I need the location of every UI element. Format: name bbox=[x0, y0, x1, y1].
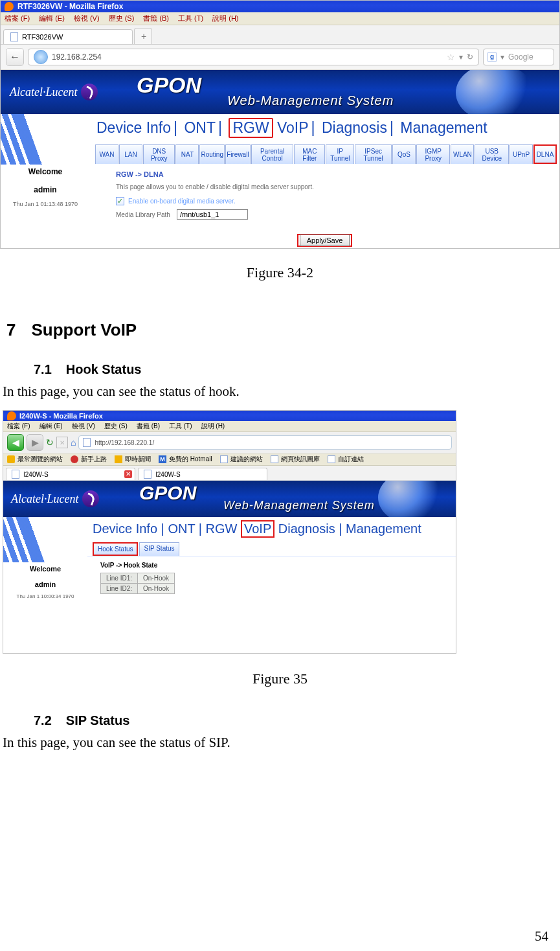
menu-edit[interactable]: 編輯 (E) bbox=[39, 422, 63, 431]
enable-dlna-checkbox[interactable]: ✓ bbox=[116, 197, 124, 205]
subtab-routing[interactable]: Routing bbox=[199, 144, 225, 164]
subtab-upnp[interactable]: UPnP bbox=[510, 144, 533, 164]
nav-diagnosis[interactable]: Diagnosis bbox=[278, 521, 335, 536]
reload-icon[interactable]: ↻ bbox=[467, 52, 473, 62]
menu-history[interactable]: 歷史 (S) bbox=[104, 422, 128, 431]
media-library-row: Media Library Path bbox=[116, 209, 552, 220]
section-7-number: 7 bbox=[6, 320, 16, 340]
apply-save-button[interactable]: Apply/Save bbox=[300, 235, 350, 246]
subtab-hook-status[interactable]: Hook Status bbox=[93, 542, 138, 556]
figure-35-screenshot: I240W-S - Mozilla Firefox 檔案 (F) 編輯 (E) … bbox=[3, 410, 456, 654]
nav-device-info[interactable]: Device Info bbox=[93, 521, 157, 536]
menu-file[interactable]: 檔案 (F) bbox=[5, 14, 30, 23]
forward-button[interactable]: ▶ bbox=[27, 434, 43, 451]
address-bar[interactable]: 192.168.2.254 ☆ ▾ ↻ bbox=[28, 49, 479, 65]
browser-menubar[interactable]: 檔案 (F) 編輯 (E) 檢視 (V) 歷史 (S) 書籤 (B) 工具 (T… bbox=[3, 421, 456, 432]
welcome-label: Welcome bbox=[1, 167, 90, 176]
nav-voip[interactable]: VoIP bbox=[277, 119, 309, 136]
menu-tools[interactable]: 工具 (T) bbox=[178, 14, 203, 23]
nav-rgw[interactable]: RGW bbox=[229, 118, 273, 138]
gpon-banner: Alcatel·Lucent GPON Web-Management Syste… bbox=[1, 70, 559, 114]
browser-tab[interactable]: RTF3026VW bbox=[3, 29, 133, 44]
alcatel-lucent-logo-icon bbox=[82, 490, 99, 507]
section-7-title: Support VoIP bbox=[31, 320, 137, 340]
media-library-input[interactable] bbox=[177, 209, 248, 220]
new-tab-button[interactable]: + bbox=[134, 28, 152, 44]
welcome-label: Welcome bbox=[3, 565, 87, 573]
menu-bookmarks[interactable]: 書籤 (B) bbox=[143, 14, 169, 23]
timestamp-label: Thu Jan 1 01:13:48 1970 bbox=[1, 201, 90, 207]
primary-nav: Device Info | ONT | RGW VoIP Diagnosis |… bbox=[87, 517, 456, 540]
subtab-ipsec-tunnel[interactable]: IPSec Tunnel bbox=[355, 144, 392, 164]
menu-edit[interactable]: 編輯 (E) bbox=[39, 14, 65, 23]
bookmark-news[interactable]: 即時新聞 bbox=[115, 455, 151, 464]
content-pane: Device Info| ONT| RGW VoIP| Diagnosis| M… bbox=[90, 114, 559, 248]
url-dropdown-icon[interactable]: ▾ bbox=[459, 52, 463, 62]
subtab-usb-device[interactable]: USB Device bbox=[475, 144, 509, 164]
url-text: 192.168.2.254 bbox=[52, 52, 102, 62]
page-icon bbox=[83, 438, 91, 447]
back-button[interactable]: ← bbox=[6, 48, 24, 66]
nav-device-info[interactable]: Device Info bbox=[96, 119, 171, 136]
subtab-nat[interactable]: NAT bbox=[175, 144, 199, 164]
nav-ont[interactable]: ONT bbox=[168, 521, 195, 536]
figure-34-2-caption: Figure 34-2 bbox=[0, 264, 560, 281]
subtab-dns-proxy[interactable]: DNS Proxy bbox=[143, 144, 175, 164]
bookmark-hotmail[interactable]: M免費的 Hotmail bbox=[159, 455, 212, 464]
page-icon bbox=[12, 470, 19, 479]
browser-tab-1[interactable]: I240W-S ✕ bbox=[6, 468, 135, 480]
home-icon[interactable]: ⌂ bbox=[71, 437, 76, 448]
section-7-1-heading: 7.1 Hook Status bbox=[34, 362, 560, 377]
menu-help[interactable]: 說明 (H) bbox=[201, 422, 225, 431]
subtab-dlna[interactable]: DLNA bbox=[533, 144, 557, 164]
bookmark-webslice[interactable]: 網頁快訊圖庫 bbox=[271, 455, 320, 464]
sidebar: Welcome admin Thu Jan 1 10:00:34 1970 bbox=[3, 517, 87, 653]
nav-diagnosis[interactable]: Diagnosis bbox=[322, 119, 387, 136]
menu-file[interactable]: 檔案 (F) bbox=[7, 422, 30, 431]
figure-35-caption: Figure 35 bbox=[0, 670, 560, 687]
tab-label: I240W-S bbox=[23, 471, 49, 478]
menu-history[interactable]: 歷史 (S) bbox=[109, 14, 135, 23]
subtab-wan[interactable]: WAN bbox=[95, 144, 118, 164]
nav-rgw[interactable]: RGW bbox=[206, 521, 238, 536]
browser-tab-2[interactable]: I240W-S bbox=[138, 468, 267, 480]
menu-help[interactable]: 說明 (H) bbox=[212, 14, 238, 23]
page-icon bbox=[10, 32, 18, 41]
subtab-lan[interactable]: LAN bbox=[119, 144, 142, 164]
breadcrumb: RGW -> DLNA bbox=[116, 170, 552, 178]
subtab-wlan[interactable]: WLAN bbox=[451, 144, 474, 164]
subtab-qos[interactable]: QoS bbox=[392, 144, 416, 164]
timestamp-label: Thu Jan 1 10:00:34 1970 bbox=[3, 593, 87, 599]
search-box[interactable]: g ▾ Google bbox=[483, 49, 554, 65]
subtab-igmp-proxy[interactable]: IGMP Proxy bbox=[416, 144, 450, 164]
bookmark-suggested[interactable]: 建議的網站 bbox=[220, 455, 263, 464]
close-tab-icon[interactable]: ✕ bbox=[124, 470, 132, 478]
subtab-ip-tunnel[interactable]: IP Tunnel bbox=[326, 144, 354, 164]
subtab-mac-filter[interactable]: MAC Filter bbox=[294, 144, 325, 164]
bookmark-star-icon[interactable]: ☆ bbox=[447, 52, 455, 62]
nav-management[interactable]: Management bbox=[346, 521, 421, 536]
google-icon: g bbox=[487, 52, 497, 62]
nav-ont[interactable]: ONT bbox=[184, 119, 216, 136]
menu-tools[interactable]: 工具 (T) bbox=[169, 422, 192, 431]
subtab-sip-status[interactable]: SIP Status bbox=[139, 542, 179, 556]
section-7-2-number: 7.2 bbox=[34, 713, 52, 728]
stop-icon[interactable]: ✕ bbox=[56, 437, 68, 448]
subtab-firewall[interactable]: Firewall bbox=[225, 144, 251, 164]
bookmark-custom-links[interactable]: 自訂連結 bbox=[328, 455, 364, 464]
nav-management[interactable]: Management bbox=[400, 119, 487, 136]
address-bar[interactable]: http://192.168.220.1/ bbox=[78, 435, 452, 450]
menu-view[interactable]: 檢視 (V) bbox=[72, 422, 95, 431]
browser-menubar[interactable]: 檔案 (F) 編輯 (E) 檢視 (V) 歷史 (S) 書籤 (B) 工具 (T… bbox=[1, 12, 559, 25]
reload-icon[interactable]: ↻ bbox=[46, 437, 54, 448]
section-7-2-para: In this page, you can see the status of … bbox=[3, 735, 560, 751]
subtab-parental-control[interactable]: Parental Control bbox=[251, 144, 294, 164]
menu-view[interactable]: 檢視 (V) bbox=[74, 14, 100, 23]
nav-voip[interactable]: VoIP bbox=[241, 520, 274, 538]
menu-bookmarks[interactable]: 書籤 (B) bbox=[137, 422, 160, 431]
alcatel-lucent-brand: Alcatel·Lucent bbox=[10, 84, 98, 100]
sidebar: Welcome admin Thu Jan 1 01:13:48 1970 bbox=[1, 114, 90, 248]
back-button[interactable]: ◀ bbox=[7, 434, 24, 451]
bookmark-getting-started[interactable]: 新手上路 bbox=[71, 455, 107, 464]
bookmark-most-visited[interactable]: 最常瀏覽的網站 bbox=[7, 455, 63, 464]
